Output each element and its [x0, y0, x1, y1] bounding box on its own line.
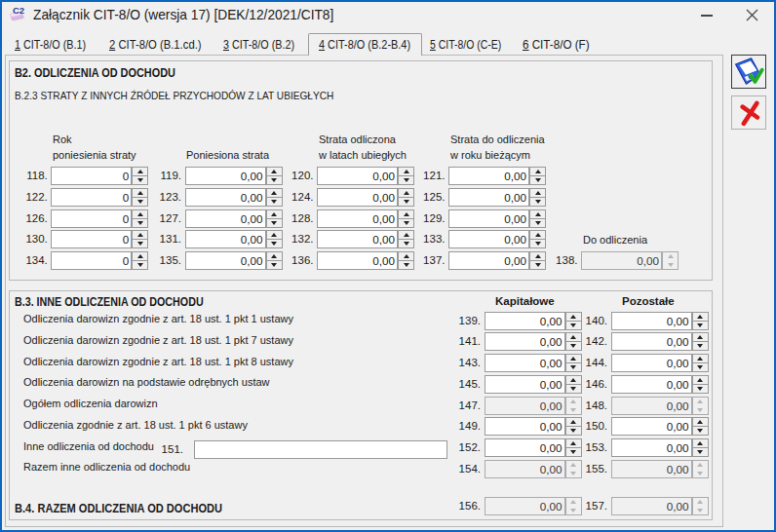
svg-text:C2: C2: [13, 5, 24, 16]
